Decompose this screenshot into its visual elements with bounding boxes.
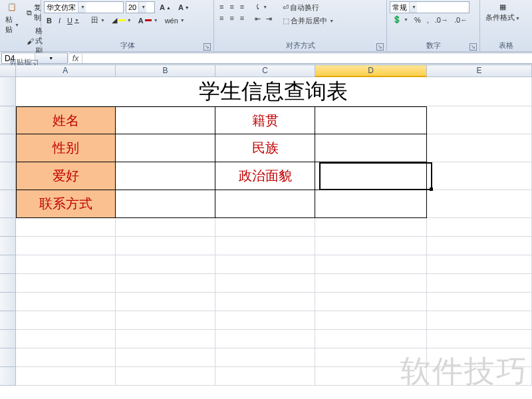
cell[interactable] [16,293,116,311]
row-head[interactable] [0,367,16,386]
row-head[interactable] [0,237,16,255]
increase-indent-button[interactable]: ⇥ [263,13,275,25]
row-head[interactable] [0,106,16,134]
cell[interactable] [16,237,116,255]
currency-button[interactable]: 💲▼ [390,14,411,25]
row-head[interactable] [0,348,16,367]
cell[interactable] [427,293,532,311]
cell[interactable] [16,255,116,274]
cell[interactable] [116,255,215,274]
align-bottom-button[interactable]: ≡ [237,1,247,12]
col-head-a[interactable]: A [16,65,116,77]
italic-button[interactable]: I [56,15,63,26]
row-head[interactable] [0,134,16,162]
cell[interactable] [427,330,532,348]
wrap-text-button[interactable]: ⏎自动换行 [280,1,336,14]
row-head[interactable] [0,190,16,218]
cell-d2[interactable] [315,106,427,134]
align-left-button[interactable]: ≡ [217,13,226,23]
formula-bar[interactable]: fx [69,53,532,64]
align-middle-button[interactable]: ≡ [227,1,236,12]
phonetic-button[interactable]: wén▼ [162,15,188,26]
paste-dropdown[interactable]: 粘贴▼ [3,13,22,36]
row-head[interactable] [0,255,16,274]
cell[interactable] [16,348,116,367]
conditional-format-button[interactable]: ▦条件格式▼ [483,1,523,32]
cell-a5[interactable]: 联系方式 [16,190,116,218]
cell-d5[interactable] [315,190,427,218]
number-format-combo[interactable]: 常规▼ [390,1,469,13]
cell-b3[interactable] [116,134,215,162]
align-top-button[interactable]: ≡ [217,1,226,12]
fx-icon[interactable]: fx [69,54,82,63]
dialog-launcher-icon[interactable]: ↘ [203,43,211,51]
dialog-launcher-icon[interactable]: ↘ [469,43,477,51]
merge-center-button[interactable]: ⬚合并后居中▼ [280,15,336,27]
underline-button[interactable]: U▼ [65,15,82,26]
shrink-font-button[interactable]: A▼ [176,2,192,13]
cell[interactable] [16,274,116,293]
row-head[interactable] [0,330,16,348]
cell[interactable] [16,218,116,237]
col-head-b[interactable]: B [116,65,215,77]
align-center-button[interactable]: ≡ [227,13,236,23]
row-head[interactable] [0,293,16,311]
row-head[interactable] [0,311,16,330]
select-all-corner[interactable] [0,65,16,77]
font-name-combo[interactable]: 华文仿宋▼ [44,1,124,13]
orientation-button[interactable]: ⤹▼ [252,1,275,13]
cell[interactable] [116,237,215,255]
grow-font-button[interactable]: A▲ [157,2,174,13]
cell-b5[interactable] [116,190,215,218]
cell[interactable] [427,367,532,386]
cell-c2[interactable]: 籍贯 [215,106,315,134]
row-head[interactable] [0,218,16,237]
cell-c5[interactable] [215,190,315,218]
decrease-decimal-button[interactable]: .0← [452,14,470,25]
cell[interactable] [16,367,116,386]
row-head[interactable] [0,77,16,106]
fill-color-button[interactable]: ◢▼ [109,15,134,26]
cell-c4[interactable]: 政治面貌 [215,162,315,190]
cell[interactable] [116,367,215,386]
cell[interactable] [315,311,427,330]
cell[interactable] [315,367,427,386]
cell-d3[interactable] [315,134,427,162]
cell[interactable] [315,274,427,293]
cell[interactable] [215,255,315,274]
cell[interactable] [315,293,427,311]
cell-a4[interactable]: 爱好 [16,162,116,190]
cell[interactable] [116,218,215,237]
cell[interactable] [215,274,315,293]
cell[interactable] [215,367,315,386]
col-head-e[interactable]: E [427,65,532,77]
cell[interactable] [116,348,215,367]
cell-b4[interactable] [116,162,215,190]
worksheet-grid[interactable]: A B C D E 学生信息查询表 姓名 籍贯 性别 民族 [0,65,532,386]
cell[interactable] [215,293,315,311]
cell-d4[interactable] [315,162,427,190]
cell[interactable] [427,348,532,367]
cell[interactable] [215,237,315,255]
font-color-button[interactable]: A▼ [136,15,161,26]
cell[interactable] [315,237,427,255]
cell[interactable] [315,348,427,367]
chevron-down-icon[interactable]: ▼ [35,53,68,63]
cell[interactable] [315,330,427,348]
cell[interactable] [16,330,116,348]
cell-a3[interactable]: 性别 [16,134,116,162]
cell[interactable] [427,255,532,274]
cell-b2[interactable] [116,106,215,134]
comma-button[interactable]: , [424,14,432,25]
col-head-c[interactable]: C [215,65,315,77]
cell-e2[interactable] [427,106,532,134]
cell[interactable] [215,330,315,348]
align-right-button[interactable]: ≡ [237,13,247,23]
cell[interactable] [315,255,427,274]
cell-a2[interactable]: 姓名 [16,106,116,134]
row-head[interactable] [0,162,16,190]
cell-c3[interactable]: 民族 [215,134,315,162]
dialog-launcher-icon[interactable]: ↘ [376,43,384,51]
font-size-combo[interactable]: 20▼ [126,1,155,13]
cell-e4[interactable] [427,162,532,190]
